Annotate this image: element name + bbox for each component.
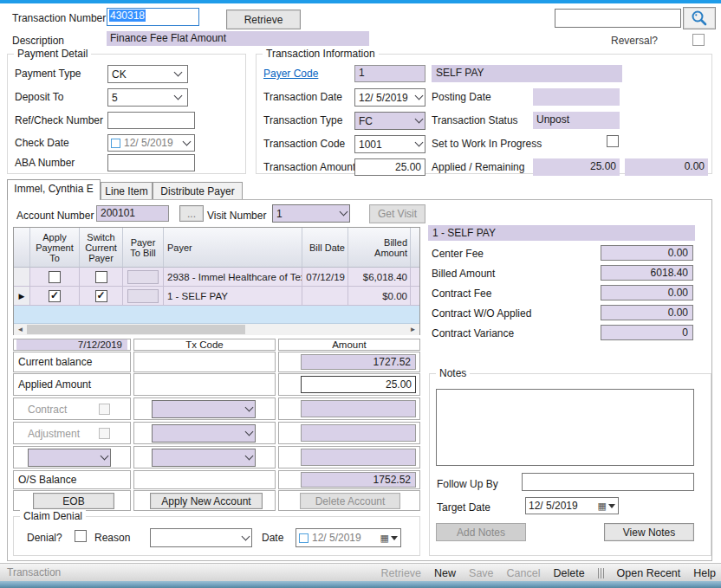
claim-denial-group: Claim Denial Denial? Reason Date 12/ 5/2… — [13, 516, 420, 556]
apply-new-account-button[interactable]: Apply New Account — [150, 493, 263, 509]
row-selector-arrow-icon: ▶ — [19, 292, 25, 300]
applied-amount-input[interactable]: 25.00 — [301, 376, 416, 393]
follow-up-by-input[interactable] — [522, 473, 694, 491]
menu-delete[interactable]: Delete — [553, 567, 584, 579]
visit-number-label: Visit Number — [207, 210, 266, 222]
menu-new[interactable]: New — [434, 567, 456, 579]
extra-amount-field[interactable] — [301, 449, 416, 466]
add-notes-button[interactable]: Add Notes — [436, 523, 526, 541]
reversal-checkbox[interactable] — [692, 34, 705, 46]
payer-to-bill-box[interactable] — [127, 289, 159, 303]
payer-to-bill-box[interactable] — [127, 270, 159, 284]
browse-account-button[interactable]: ... — [179, 205, 204, 222]
grid-horizontal-scrollbar[interactable]: ◄ ► — [14, 324, 419, 335]
apply-checkbox[interactable] — [49, 271, 61, 283]
grid-header-billed-amount: Billed Amount — [348, 228, 411, 268]
get-visit-button[interactable]: Get Visit — [369, 204, 425, 223]
adjustment-checkbox[interactable] — [99, 428, 110, 439]
extra-type-combo[interactable] — [28, 449, 111, 467]
tab-line-item[interactable]: Line Item — [101, 182, 153, 200]
transaction-type-value: FC — [359, 115, 412, 127]
chevron-down-icon — [415, 139, 424, 147]
switch-checkbox[interactable] — [95, 290, 107, 302]
adjustment-cell: Adjustment — [13, 422, 131, 444]
view-notes-button[interactable]: View Notes — [604, 523, 694, 541]
denial-date-label: Date — [262, 532, 283, 544]
apply-checkbox[interactable] — [49, 290, 61, 302]
menu-save[interactable]: Save — [469, 567, 494, 579]
deposit-to-combo[interactable]: 5 — [107, 88, 188, 107]
menu-retrieve[interactable]: Retrieve — [380, 567, 421, 579]
os-balance-value: 1752.52 — [301, 472, 416, 488]
menu-cancel[interactable]: Cancel — [507, 567, 541, 579]
center-fee-label: Center Fee — [432, 248, 484, 260]
apply-header-date-cell: 7/12/2019 — [13, 339, 131, 351]
contract-variance-label: Contract Variance — [432, 327, 514, 339]
billed-amount-label: Billed Amount — [432, 268, 495, 280]
retrieve-button[interactable]: Retrieve — [226, 10, 301, 29]
search-button[interactable] — [683, 7, 716, 29]
search-input[interactable] — [555, 9, 681, 28]
scroll-left-icon[interactable]: ◄ — [14, 324, 27, 335]
dropdown-arrow-icon — [391, 536, 398, 540]
check-date-picker[interactable]: 12/ 5/2019 — [107, 134, 195, 152]
payment-detail-group: Payment Detail Payment Type CK Deposit T… — [7, 54, 246, 174]
transaction-number-selected-text: 430318 — [109, 10, 146, 22]
transaction-number-label: Transaction Number — [12, 12, 106, 24]
reason-combo[interactable] — [150, 528, 252, 547]
denial-date-checkbox[interactable] — [299, 533, 309, 543]
notes-textarea[interactable] — [436, 389, 694, 466]
grid-header-payer: Payer — [164, 228, 302, 268]
adjustment-txcode-combo[interactable] — [152, 424, 256, 443]
dropdown-arrow-icon — [608, 504, 615, 508]
apply-cell — [30, 287, 80, 306]
grid-header-apply: Apply Payment To — [30, 228, 80, 268]
tab-patient[interactable]: Immel, Cynthia E — [7, 179, 101, 200]
chevron-down-icon — [245, 404, 254, 412]
ref-check-number-input[interactable] — [107, 112, 195, 129]
status-bar-menu: Retrieve New Save Cancel Delete Open Rec… — [380, 564, 716, 582]
target-date-picker[interactable]: 12/ 5/2019 ▦ — [525, 497, 619, 514]
grid-row-1[interactable]: 2938 - Immel Healthcare of Tex 07/12/19 … — [14, 268, 419, 287]
grid-header-row: Apply Payment To Switch Current Payer Pa… — [14, 228, 419, 268]
transaction-type-combo[interactable]: FC — [354, 112, 425, 130]
contract-checkbox[interactable] — [99, 404, 110, 415]
transaction-code-combo[interactable]: 1001 — [354, 135, 425, 153]
tab-distribute-payer[interactable]: Distribute Payer — [153, 182, 243, 200]
adjustment-amount-field[interactable] — [301, 424, 416, 442]
applied-amount-label: Applied Amount — [18, 378, 91, 391]
eob-button[interactable]: EOB — [33, 493, 114, 509]
payment-type-combo[interactable]: CK — [107, 65, 188, 83]
contract-txcode-combo[interactable] — [152, 400, 256, 418]
contract-cell: Contract — [13, 397, 131, 420]
aba-number-input[interactable] — [107, 154, 195, 171]
transaction-number-input[interactable]: 430318 — [107, 8, 199, 26]
denial-checkbox[interactable] — [75, 530, 87, 542]
delete-account-button[interactable]: Delete Account — [300, 493, 400, 509]
grid-row-2[interactable]: ▶ 1 - SELF PAY $0.00 — [14, 287, 419, 306]
transaction-amount-input[interactable]: 25.00 — [354, 158, 425, 176]
current-balance-amount-cell: 1727.52 — [278, 352, 420, 372]
menu-open-recent[interactable]: Open Recent — [617, 567, 681, 579]
visit-number-combo[interactable]: 1 — [272, 204, 350, 223]
menu-help[interactable]: Help — [693, 567, 716, 579]
check-date-checkbox[interactable] — [111, 139, 120, 148]
transaction-date-combo[interactable]: 12/ 5/2019 — [354, 88, 425, 107]
work-in-progress-checkbox[interactable] — [607, 135, 619, 147]
scroll-right-icon[interactable]: ► — [406, 324, 419, 335]
extra-amount-cell — [278, 446, 420, 468]
apply-header-txcode-cell: Tx Code — [133, 339, 276, 351]
payer-grid: Apply Payment To Switch Current Payer Pa… — [13, 227, 420, 335]
scrollbar-thumb[interactable] — [27, 325, 245, 334]
account-number-field[interactable]: 200101 — [96, 205, 169, 222]
top-accent-strip — [0, 0, 721, 3]
payment-type-value: CK — [112, 68, 172, 81]
switch-checkbox[interactable] — [95, 271, 107, 283]
center-fee-value: 0.00 — [601, 245, 693, 261]
contract-amount-field[interactable] — [301, 400, 416, 417]
delete-account-cell: Delete Account — [278, 490, 420, 511]
denial-date-picker[interactable]: 12/ 5/2019 ▦ — [296, 528, 401, 547]
row-selector-cell: ▶ — [14, 287, 30, 306]
payer-code-link[interactable]: Payer Code — [263, 68, 318, 80]
extra-txcode-combo[interactable] — [152, 449, 256, 467]
